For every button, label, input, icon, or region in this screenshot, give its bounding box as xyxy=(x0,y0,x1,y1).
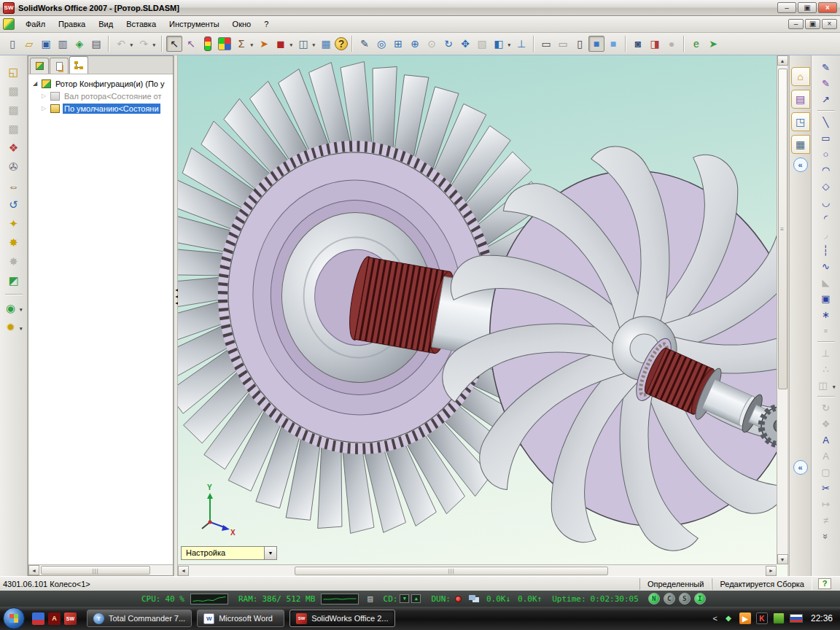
interference-detection-icon[interactable]: ◩ xyxy=(6,273,22,289)
edit-component-icon[interactable]: ❖ xyxy=(6,140,22,156)
tree-collapsed-icon[interactable]: ▷ xyxy=(42,105,50,112)
command-manager-list-icon[interactable]: ▦ xyxy=(318,36,334,52)
scroll-right-arrow[interactable]: ► xyxy=(766,566,777,576)
three-point-arc-icon[interactable]: ◜ xyxy=(817,211,835,226)
child-restore-button[interactable]: ▣ xyxy=(805,19,820,29)
zoom-to-area-icon[interactable]: ⊞ xyxy=(390,36,406,52)
normal-to-icon[interactable]: ⊥ xyxy=(513,36,529,52)
menu-инструменты[interactable]: Инструменты xyxy=(163,18,226,31)
more-tools-chevron-icon[interactable]: » xyxy=(817,529,835,544)
save-icon[interactable]: ▣ xyxy=(38,36,54,52)
viewport-vertical-scrollbar[interactable]: ▲ ≡ ▼ xyxy=(777,55,788,564)
smart-dimension-icon[interactable]: ↗ xyxy=(817,92,835,107)
line-icon[interactable]: ╲ xyxy=(817,114,835,130)
file-explorer-icon[interactable]: ◳ xyxy=(791,112,810,131)
language-flag-icon[interactable] xyxy=(790,614,803,623)
tray-network-icon[interactable] xyxy=(773,612,785,624)
monitor-toggle-s[interactable]: S xyxy=(679,593,691,604)
design-check-icon[interactable]: ➤ xyxy=(256,36,272,52)
sketch-text-icon[interactable]: A xyxy=(817,432,835,448)
combo-dropdown-arrow[interactable]: ▼ xyxy=(265,546,277,560)
quicklaunch-solidworks-icon[interactable]: SW xyxy=(64,612,77,625)
rotate-view-icon[interactable]: ↻ xyxy=(440,36,456,52)
print-icon[interactable]: ▤ xyxy=(88,36,104,52)
solidworks-explorer-icon[interactable]: ➤ xyxy=(705,36,721,52)
menu-файл[interactable]: Файл xyxy=(19,18,52,31)
open-document-icon[interactable]: ▱ xyxy=(21,36,37,52)
shaded-icon[interactable]: ■ xyxy=(605,36,621,52)
scroll-up-arrow[interactable]: ▲ xyxy=(777,55,788,66)
shadows-in-shaded-mode-icon[interactable]: ◙ xyxy=(630,36,646,52)
tree-item-rotor-configurations[interactable]: ◢Ротор Конфигурация(и) (По у xyxy=(28,77,173,90)
child-minimize-button[interactable]: – xyxy=(788,19,804,29)
menu-окно[interactable]: Окно xyxy=(226,18,258,31)
taskbar-button-microsoft-word[interactable]: WMicrosoft Word xyxy=(197,610,284,627)
restore-button[interactable]: ▣ xyxy=(798,2,817,13)
scroll-left-arrow[interactable]: ◄ xyxy=(28,565,39,575)
tree-item-val-rotora[interactable]: ▷Вал ротора<Состояние от xyxy=(28,90,173,102)
circle-icon[interactable]: ○ xyxy=(817,147,835,162)
edit-color-icon[interactable] xyxy=(218,37,231,50)
rebuild-traffic-light-icon[interactable] xyxy=(204,36,211,51)
selected-contours-icon[interactable]: ▫ xyxy=(817,323,835,338)
tray-chevron-icon[interactable]: < xyxy=(713,614,718,623)
view-orientation-icon[interactable]: ◧▾ xyxy=(491,36,507,52)
collapse-pane-icon[interactable]: « xyxy=(793,158,808,172)
tree-collapsed-icon[interactable]: ▷ xyxy=(42,93,50,99)
sketch-icon[interactable]: ✎ xyxy=(817,60,835,75)
hidden-lines-removed-icon[interactable]: ▯ xyxy=(572,36,588,52)
convert-entities-icon[interactable]: ▣ xyxy=(817,291,835,306)
kaspersky-icon[interactable]: K xyxy=(756,612,768,624)
scroll-left-arrow[interactable]: ◄ xyxy=(178,566,189,576)
close-button[interactable]: × xyxy=(818,2,837,13)
probe-select-icon[interactable]: ✎ xyxy=(357,36,373,52)
featuremanager-tab[interactable] xyxy=(30,58,49,74)
simulation-icon[interactable]: ◉▾ xyxy=(3,300,19,316)
wireframe-icon[interactable]: ▭ xyxy=(538,36,554,52)
pan-icon[interactable]: ✥ xyxy=(457,36,473,52)
quicklaunch-disk-icon[interactable] xyxy=(32,612,44,625)
make-assembly-icon[interactable]: ◈ xyxy=(71,36,88,52)
quick-tips-icon[interactable]: ? xyxy=(818,578,831,589)
start-button[interactable] xyxy=(3,607,25,629)
hidden-lines-visible-icon[interactable]: ▭ xyxy=(555,36,571,52)
mate-icon[interactable]: ✇ xyxy=(6,159,22,175)
edrawings-publish-icon[interactable]: e xyxy=(688,36,704,52)
taskbar-button-solidworks[interactable]: SWSolidWorks Office 2... xyxy=(289,610,394,627)
centerpoint-arc-icon[interactable]: ◠ xyxy=(817,163,835,178)
shaded-with-edges-icon[interactable]: ■ xyxy=(588,36,604,52)
tangent-arc-icon[interactable]: ◡ xyxy=(817,195,835,210)
collapse-pane-icon[interactable]: « xyxy=(793,460,808,475)
measure-icon[interactable]: Σ▾ xyxy=(233,36,249,52)
cd-close-icon[interactable]: ▲ xyxy=(411,594,421,603)
centerline-icon[interactable]: ┆ xyxy=(817,243,835,258)
solidworks-office-addins-icon[interactable]: ◼▾ xyxy=(273,36,289,52)
section-view-icon[interactable]: ◨ xyxy=(647,36,663,52)
monitor-toggle-c[interactable]: C xyxy=(664,593,675,604)
sketch-3d-icon[interactable]: ✎ xyxy=(817,76,835,91)
smart-fasteners-icon[interactable]: ✦ xyxy=(6,216,22,232)
configuration-combo-value[interactable]: Настройка xyxy=(181,546,265,560)
selection-filter-icon[interactable]: ↖ xyxy=(183,36,199,52)
configuration-combo[interactable]: Настройка ▼ xyxy=(181,546,277,560)
view-palette-icon[interactable]: ▦ xyxy=(791,135,810,154)
polygon-icon[interactable]: ◇ xyxy=(817,179,835,194)
quicklaunch-abbyy-icon[interactable]: A xyxy=(48,612,61,625)
menu-вид[interactable]: Вид xyxy=(92,18,120,31)
tree-horizontal-scrollbar[interactable]: ◄ ||| xyxy=(28,564,173,575)
child-close-button[interactable]: × xyxy=(822,19,837,29)
minimize-button[interactable]: – xyxy=(777,2,796,13)
tray-play-icon[interactable]: ▶ xyxy=(739,612,751,624)
trim-entities-icon[interactable]: ✂ xyxy=(817,481,835,496)
spline-icon[interactable]: ∿ xyxy=(817,259,835,274)
rectangle-icon[interactable]: ▭ xyxy=(817,131,835,146)
physical-dynamics-icon[interactable]: ✹▾ xyxy=(3,319,19,335)
insert-component-icon[interactable]: ◱ xyxy=(6,64,22,80)
cd-eject-icon[interactable]: ▼ xyxy=(400,594,409,603)
tree-item-po-umolchaniyu[interactable]: ▷По умолчанию<Состояни xyxy=(28,102,173,114)
split-window-icon[interactable]: ◫▾ xyxy=(295,36,311,52)
point-icon[interactable]: ∗ xyxy=(817,307,835,322)
new-document-icon[interactable]: ▯ xyxy=(4,36,20,52)
select-icon[interactable]: ↖ xyxy=(166,36,182,52)
monitor-toggle-i[interactable]: I xyxy=(694,593,706,604)
